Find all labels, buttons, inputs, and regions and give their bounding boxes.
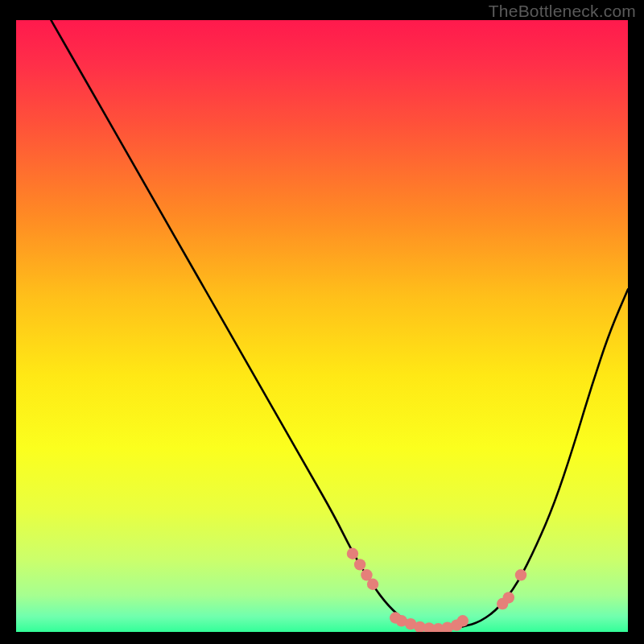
data-marker: [503, 592, 514, 603]
plot-area: [16, 20, 628, 632]
data-marker: [347, 548, 358, 559]
chart-stage: TheBottleneck.com: [0, 0, 644, 644]
data-marker: [457, 615, 469, 626]
data-marker: [354, 559, 365, 570]
bottleneck-curve-chart: [16, 20, 628, 632]
watermark-text: TheBottleneck.com: [489, 2, 636, 21]
data-marker: [515, 569, 526, 580]
gradient-background: [16, 20, 628, 632]
data-marker: [367, 579, 378, 590]
